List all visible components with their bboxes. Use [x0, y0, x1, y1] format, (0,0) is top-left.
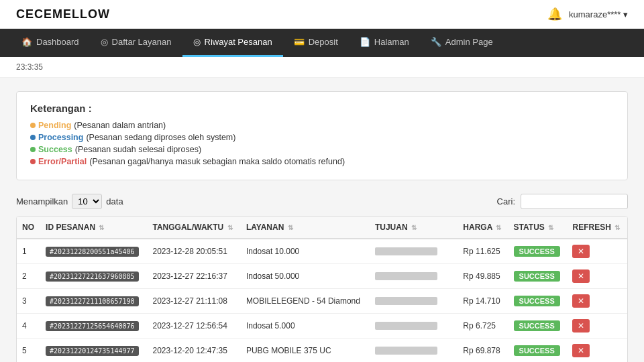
cell-id: #20231227125654640076: [40, 314, 147, 339]
cell-harga: Rp 11.625: [458, 239, 508, 264]
nav-riwayat-pesanan[interactable]: ◎ Riwayat Pesanan: [182, 29, 283, 57]
cell-id: #20231220124735144977: [40, 339, 147, 363]
search-area: Cari:: [497, 194, 628, 209]
table-body: 1 #20231228200551a45406 2023-12-28 20:05…: [17, 239, 627, 362]
nav-daftar-label: Daftar Layanan: [112, 37, 172, 47]
status-badge: SUCCESS: [514, 345, 560, 356]
cell-tujuan: ████████████: [370, 314, 458, 339]
refresh-button[interactable]: ✕: [572, 245, 590, 258]
cell-no: 3: [17, 289, 40, 314]
bell-icon[interactable]: 🔔: [547, 7, 562, 21]
processing-label: Processing: [38, 133, 83, 142]
show-count-select[interactable]: 10 25 50: [72, 194, 102, 209]
search-label: Cari:: [497, 196, 515, 206]
refresh-button[interactable]: ✕: [572, 344, 590, 357]
cell-id: #20231227211108657190: [40, 289, 147, 314]
nav-daftar-layanan[interactable]: ◎ Daftar Layanan: [90, 29, 182, 57]
col-status[interactable]: STATUS ⇅: [508, 217, 568, 239]
nav-deposit-label: Deposit: [309, 37, 338, 47]
nav-halaman[interactable]: 📄 Halaman: [349, 29, 420, 57]
error-label: Error/Partial: [38, 157, 87, 166]
refresh-button[interactable]: ✕: [572, 319, 590, 333]
cell-status: SUCCESS: [508, 289, 568, 314]
info-item-pending: Pending (Pesanan dalam antrian): [30, 121, 614, 130]
error-desc: (Pesanan gagal/hanya masuk sebagian maka…: [89, 157, 345, 166]
success-desc: (Pesanan sudah selesai diproses): [75, 145, 201, 154]
cell-status: SUCCESS: [508, 314, 568, 339]
cell-no: 4: [17, 314, 40, 339]
cell-id: #20231228200551a45406: [40, 239, 147, 264]
cell-refresh: ✕: [567, 264, 627, 289]
tujuan-blurred: ████████████: [375, 322, 438, 330]
col-refresh[interactable]: REFRESH ⇅: [567, 217, 627, 239]
error-dot: [30, 159, 36, 164]
info-box: Keterangan : Pending (Pesanan dalam antr…: [16, 91, 628, 180]
tujuan-blurred: ████████████: [375, 272, 438, 280]
top-bar: CECEMELLOW 🔔 kumaraze**** ▾: [0, 0, 644, 29]
main-nav: 🏠 Dashboard ◎ Daftar Layanan ◎ Riwayat P…: [0, 29, 644, 57]
cell-no: 1: [17, 239, 40, 264]
refresh-button[interactable]: ✕: [572, 294, 590, 308]
processing-dot: [30, 135, 36, 140]
table-header: NO ID PESANAN ⇅ TANGGAL/WAKTU ⇅ LAYANAN …: [17, 217, 627, 239]
col-harga[interactable]: HARGA ⇅: [458, 217, 508, 239]
brand-logo: CECEMELLOW: [16, 7, 110, 21]
table-row: 5 #20231220124735144977 2023-12-20 12:47…: [17, 339, 627, 363]
info-title: Keterangan :: [30, 103, 614, 114]
cell-refresh: ✕: [567, 314, 627, 339]
cell-status: SUCCESS: [508, 239, 568, 264]
order-id-badge: #20231227125654640076: [46, 321, 138, 331]
orders-table: NO ID PESANAN ⇅ TANGGAL/WAKTU ⇅ LAYANAN …: [17, 217, 627, 362]
success-label: Success: [38, 145, 72, 154]
riwayat-icon: ◎: [193, 37, 201, 47]
tujuan-blurred: ████████████: [375, 347, 438, 355]
col-datetime[interactable]: TANGGAL/WAKTU ⇅: [147, 217, 240, 239]
table-row: 4 #20231227125654640076 2023-12-27 12:56…: [17, 314, 627, 339]
top-right: 🔔 kumaraze**** ▾: [547, 7, 628, 21]
tujuan-blurred: ████████████: [375, 297, 438, 305]
search-input[interactable]: [521, 194, 628, 209]
cell-layanan: PUBG MOBILE 375 UC: [241, 339, 370, 363]
dashboard-icon: 🏠: [21, 37, 32, 47]
daftar-icon: ◎: [101, 37, 108, 47]
col-tujuan[interactable]: TUJUAN ⇅: [370, 217, 458, 239]
nav-halaman-label: Halaman: [374, 37, 409, 47]
cell-status: SUCCESS: [508, 264, 568, 289]
status-badge: SUCCESS: [514, 271, 560, 282]
refresh-button[interactable]: ✕: [572, 269, 590, 283]
cell-tujuan: ████████████: [370, 239, 458, 264]
cell-harga: Rp 49.885: [458, 264, 508, 289]
cell-datetime: 2023-12-28 20:05:51: [147, 239, 240, 264]
main-content: Keterangan : Pending (Pesanan dalam antr…: [0, 78, 644, 362]
info-list: Pending (Pesanan dalam antrian) Processi…: [30, 121, 614, 166]
order-id-badge: #20231227211108657190: [46, 296, 138, 306]
cell-tujuan: ████████████: [370, 264, 458, 289]
user-menu[interactable]: kumaraze**** ▾: [569, 9, 628, 19]
halaman-icon: 📄: [360, 37, 370, 47]
nav-dashboard[interactable]: 🏠 Dashboard: [11, 29, 90, 57]
col-no: NO: [17, 217, 40, 239]
info-item-error: Error/Partial (Pesanan gagal/hanya masuk…: [30, 157, 614, 166]
nav-riwayat-label: Riwayat Pesanan: [205, 37, 272, 47]
col-layanan[interactable]: LAYANAN ⇅: [241, 217, 370, 239]
cell-datetime: 2023-12-20 12:47:35: [147, 339, 240, 363]
col-id[interactable]: ID PESANAN ⇅: [40, 217, 147, 239]
show-suffix: data: [106, 196, 123, 206]
cell-layanan: Indosat 50.000: [241, 264, 370, 289]
processing-desc: (Pesanan sedang diproses oleh system): [86, 133, 235, 142]
cell-layanan: Indosat 5.000: [241, 314, 370, 339]
cell-tujuan: ████████████: [370, 289, 458, 314]
cell-datetime: 2023-12-27 12:56:54: [147, 314, 240, 339]
deposit-icon: 💳: [294, 37, 305, 47]
nav-admin-page[interactable]: 🔧 Admin Page: [420, 29, 504, 57]
order-id-badge: #20231220124735144977: [46, 346, 138, 356]
nav-dashboard-label: Dashboard: [36, 37, 79, 47]
pending-label: Pending: [38, 121, 71, 130]
cell-refresh: ✕: [567, 339, 627, 363]
cell-harga: Rp 69.878: [458, 339, 508, 363]
cell-refresh: ✕: [567, 289, 627, 314]
nav-deposit[interactable]: 💳 Deposit: [283, 29, 349, 57]
cell-datetime: 2023-12-27 22:16:37: [147, 264, 240, 289]
cell-status: SUCCESS: [508, 339, 568, 363]
cell-no: 2: [17, 264, 40, 289]
